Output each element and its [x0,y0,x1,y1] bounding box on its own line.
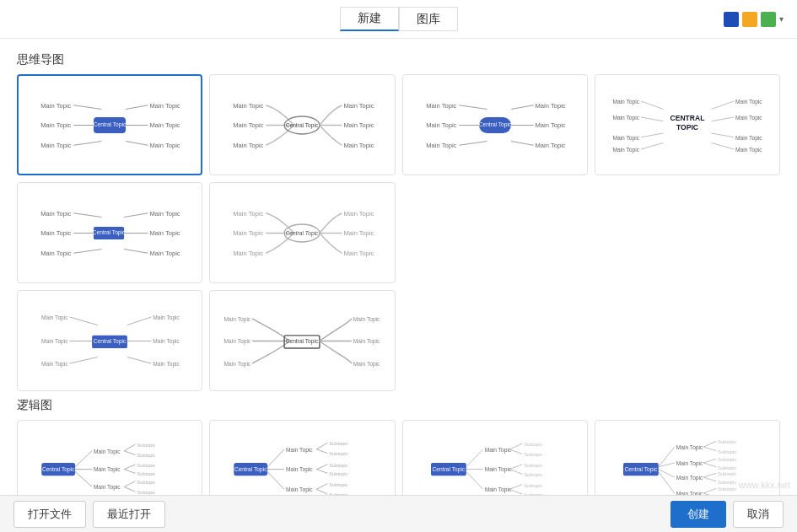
svg-text:Subtopic: Subtopic [718,479,736,484]
svg-text:Main Topic: Main Topic [153,338,180,345]
svg-line-155 [509,489,522,494]
logicmap-grid: Central Topic Main Topic Main Topic Main… [17,420,780,496]
svg-text:Subtopic: Subtopic [524,462,542,467]
svg-line-100 [75,450,92,466]
bottom-bar: 打开文件 最近打开 创建 取消 [0,495,797,532]
svg-text:Main Topic: Main Topic [41,360,68,367]
svg-line-146 [509,443,522,449]
svg-text:Main Topic: Main Topic [676,443,703,450]
svg-line-22 [459,105,487,109]
svg-text:Main Topic: Main Topic [344,121,374,129]
svg-text:Main Topic: Main Topic [234,229,264,237]
color-dropdown-icon[interactable]: ▾ [779,14,784,24]
svg-line-2 [73,141,101,145]
template-card-8[interactable]: Main Topic Main Topic Main Topic Central… [209,290,395,391]
svg-line-38 [711,133,734,137]
svg-text:Central Topic: Central Topic [286,230,320,237]
svg-text:Subtopic: Subtopic [330,441,348,446]
tab-gallery[interactable]: 图库 [399,7,458,31]
svg-text:Main Topic: Main Topic [150,121,180,129]
svg-text:Main Topic: Main Topic [150,209,180,217]
svg-text:Subtopic: Subtopic [330,471,348,476]
svg-line-151 [509,469,522,474]
cancel-button[interactable]: 取消 [733,501,784,528]
logic-card-2[interactable]: Central Topic Main Topic Main Topic Main… [209,420,395,496]
svg-text:TOPIC: TOPIC [676,123,698,132]
svg-line-163 [659,471,675,493]
template-card-6[interactable]: Main Topic Main Topic Main Topic Central… [209,182,395,283]
svg-text:Central Topic: Central Topic [42,466,75,473]
create-button[interactable]: 创建 [670,501,726,528]
svg-text:Subtopic: Subtopic [524,452,542,457]
svg-line-162 [659,469,675,477]
svg-text:Central Topic: Central Topic [93,229,126,236]
bottom-left-buttons: 打开文件 最近打开 [13,501,165,528]
color-dot-blue[interactable] [724,12,739,27]
svg-text:Main Topic: Main Topic [426,121,456,129]
svg-text:Main Topic: Main Topic [150,142,180,149]
toolbar-tabs: 新建 图库 [340,7,458,31]
svg-text:Main Topic: Main Topic [224,338,251,345]
svg-line-102 [75,471,92,486]
svg-text:Main Topic: Main Topic [484,466,511,473]
template-card-3[interactable]: Main Topic Main Topic Main Topic Central… [402,74,588,175]
svg-line-154 [509,484,522,489]
svg-line-39 [711,142,734,149]
bottom-right-buttons: 创建 取消 [670,501,784,528]
svg-text:Main Topic: Main Topic [484,486,511,493]
logic-card-3[interactable]: Central Topic Main Topic Main Topic Main… [402,420,588,496]
template-card-4[interactable]: Main Topic Main Topic Main Topic Main To… [595,74,780,175]
template-card-7[interactable]: Main Topic Main Topic Main Topic Central… [17,290,202,391]
svg-text:Main Topic: Main Topic [224,315,251,322]
recent-open-button[interactable]: 最近打开 [93,501,165,528]
svg-text:Main Topic: Main Topic [150,101,180,109]
svg-text:Main Topic: Main Topic [612,98,639,105]
svg-text:Central Topic: Central Topic [478,121,511,128]
svg-text:Subtopic: Subtopic [524,482,542,487]
svg-text:Main Topic: Main Topic [150,229,180,237]
svg-line-46 [641,101,664,110]
svg-text:Main Topic: Main Topic [735,134,762,141]
svg-line-36 [711,101,734,110]
svg-text:Main Topic: Main Topic [735,114,762,121]
svg-text:Main Topic: Main Topic [286,466,313,473]
svg-text:Main Topic: Main Topic [94,448,121,454]
svg-text:Main Topic: Main Topic [234,142,264,149]
svg-line-130 [316,464,327,469]
svg-text:Central Topic: Central Topic [624,466,657,473]
color-dot-green[interactable] [761,12,776,27]
watermark: www.kkx.net [739,480,790,490]
svg-line-150 [509,464,522,469]
svg-text:Main Topic: Main Topic [224,360,251,367]
color-dot-orange[interactable] [742,12,757,27]
svg-text:Subtopic: Subtopic [137,462,155,467]
svg-line-176 [703,473,716,477]
svg-text:Main Topic: Main Topic [234,250,264,257]
svg-line-47 [641,117,664,121]
svg-line-131 [316,469,327,473]
svg-line-86 [127,357,152,363]
svg-text:Subtopic: Subtopic [524,472,542,477]
svg-text:Main Topic: Main Topic [353,315,380,322]
svg-text:Main Topic: Main Topic [40,209,71,217]
svg-line-180 [703,488,716,493]
svg-text:CENTRAL: CENTRAL [670,113,704,121]
logic-card-1[interactable]: Central Topic Main Topic Main Topic Main… [17,420,202,496]
svg-line-147 [509,449,522,454]
svg-line-111 [124,469,135,473]
svg-text:Main Topic: Main Topic [426,142,456,149]
svg-text:Main Topic: Main Topic [234,101,264,109]
svg-text:Main Topic: Main Topic [612,134,639,141]
open-file-button[interactable]: 打开文件 [13,501,86,528]
template-card-5[interactable]: Main Topic Main Topic Main Topic Central… [17,182,202,283]
svg-text:Main Topic: Main Topic [426,101,456,109]
svg-text:Main Topic: Main Topic [40,101,71,109]
svg-line-106 [124,444,135,451]
svg-line-115 [124,486,135,492]
svg-text:Central Topic: Central Topic [234,466,267,473]
template-card-1[interactable]: Main Topic Main Topic Main Topic Central… [17,74,202,175]
svg-line-84 [127,317,152,325]
svg-text:Subtopic: Subtopic [718,457,736,462]
template-card-2[interactable]: Main Topic Main Topic Main Topic Central… [209,74,395,175]
tab-new[interactable]: 新建 [340,7,399,31]
